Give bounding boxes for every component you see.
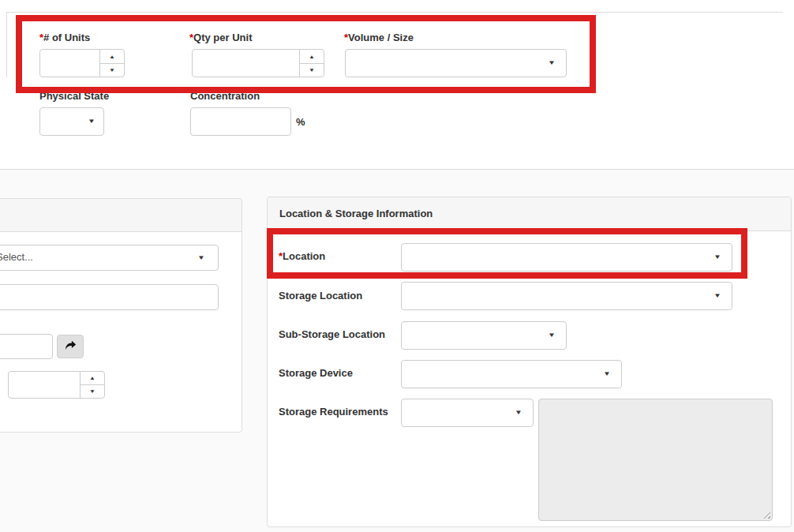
panel-title: Location & Storage Information: [279, 197, 433, 230]
num-units-spin-buttons: ▲ ▼: [99, 50, 124, 77]
physical-state-label: Physical State: [39, 91, 109, 102]
caret-down-icon: ▼: [603, 371, 611, 377]
sub-storage-location-label: Sub-Storage Location: [279, 329, 385, 340]
upper-panel-left-border: [6, 12, 7, 77]
qty-per-unit-spinner[interactable]: ▲ ▼: [192, 49, 324, 77]
percent-suffix: %: [296, 116, 305, 128]
concentration-label: Concentration: [190, 91, 260, 102]
storage-device-label: Storage Device: [279, 368, 353, 379]
left-panel-header: [0, 199, 242, 232]
spin-up-button[interactable]: ▲: [300, 50, 324, 64]
left-panel-select[interactable]: Select... ▼: [0, 245, 219, 271]
qty-per-unit-label: *Qty per Unit: [189, 32, 252, 43]
location-label: *Location: [279, 251, 325, 262]
forward-button[interactable]: [57, 335, 84, 358]
caret-down-icon: ▼: [713, 254, 721, 260]
volume-size-label: *Volume / Size: [344, 32, 414, 43]
left-panel-lookup-field[interactable]: [0, 334, 53, 359]
left-panel-lookup-input[interactable]: [0, 335, 52, 358]
qty-per-unit-input[interactable]: [193, 50, 300, 77]
left-panel-spinner-input[interactable]: [9, 372, 81, 398]
storage-requirements-textarea[interactable]: [538, 399, 773, 521]
left-panel-text-field[interactable]: [0, 284, 219, 310]
location-select[interactable]: ▼: [401, 243, 732, 272]
left-panel-spinner[interactable]: ▲ ▼: [8, 371, 105, 399]
qty-per-unit-spin-buttons: ▲ ▼: [299, 50, 324, 77]
physical-state-select[interactable]: ▼: [39, 107, 104, 136]
form-page: *# of Units ▲ ▼ *Qty per Unit ▲ ▼ *Volum…: [0, 0, 794, 532]
num-units-spinner[interactable]: ▲ ▼: [39, 49, 125, 77]
left-panel-text-input[interactable]: [0, 285, 218, 309]
storage-device-select[interactable]: ▼: [401, 360, 622, 388]
upper-panel-top-border: [6, 12, 783, 13]
left-panel-select-value: Select...: [0, 245, 218, 269]
spin-down-button[interactable]: ▼: [100, 64, 124, 77]
storage-requirements-select[interactable]: ▼: [401, 399, 534, 427]
section-divider: [0, 169, 794, 170]
concentration-input[interactable]: [191, 108, 290, 135]
spin-up-button[interactable]: ▲: [81, 372, 104, 385]
left-panel-spin-buttons: ▲ ▼: [80, 372, 104, 398]
spin-down-button[interactable]: ▼: [300, 64, 324, 77]
caret-down-icon: ▼: [88, 118, 96, 125]
caret-down-icon: ▼: [548, 332, 556, 339]
caret-down-icon: ▼: [197, 255, 205, 261]
storage-location-select[interactable]: ▼: [401, 282, 732, 310]
spin-down-button[interactable]: ▼: [81, 385, 104, 398]
num-units-label: *# of Units: [39, 32, 90, 43]
storage-requirements-label: Storage Requirements: [279, 406, 388, 418]
storage-location-label: Storage Location: [279, 290, 362, 302]
spin-up-button[interactable]: ▲: [100, 50, 124, 64]
concentration-field[interactable]: [190, 107, 291, 136]
caret-down-icon: ▼: [713, 293, 721, 299]
num-units-input[interactable]: [40, 50, 100, 77]
caret-down-icon: ▼: [548, 60, 556, 66]
sub-storage-location-select[interactable]: ▼: [401, 321, 567, 350]
volume-size-select[interactable]: ▼: [345, 49, 567, 77]
location-storage-panel-header: Location & Storage Information: [268, 197, 791, 231]
forward-arrow-icon: [65, 339, 77, 354]
caret-down-icon: ▼: [515, 410, 522, 416]
